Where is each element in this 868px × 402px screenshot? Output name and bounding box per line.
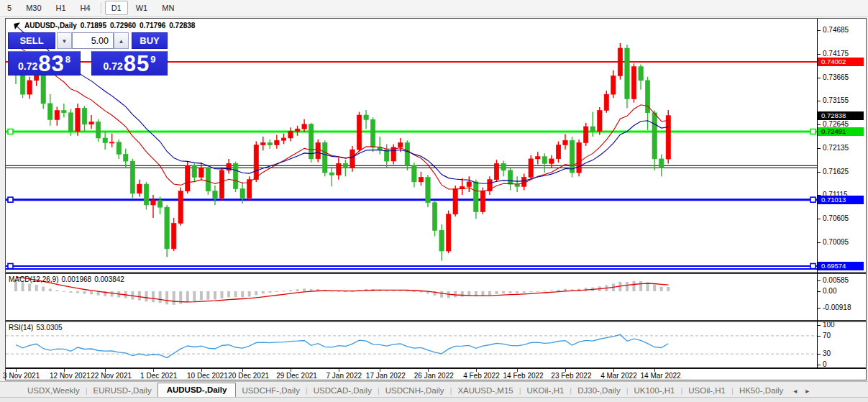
- macd-tick-label: -0.00918: [823, 304, 851, 311]
- rsi-tick-mark: [817, 354, 821, 355]
- ohlc-open: 0.71895: [81, 22, 106, 29]
- chart-title: AUDUSD-,Daily 0.71895 0.72960 0.71796 0.…: [14, 22, 198, 29]
- date-axis-separator: [6, 367, 866, 369]
- ohlc-close: 0.72838: [169, 22, 195, 29]
- window-bottom-strip: [0, 397, 868, 402]
- rsi-pane-separator[interactable]: [6, 320, 866, 322]
- price-line-label-0.72491: 0.72491: [818, 127, 864, 136]
- price-line-label-0.72838: 0.72838: [818, 111, 864, 120]
- macd-tick-mark: [817, 291, 821, 292]
- tab-usdchf-daily[interactable]: USDCHF-,Daily: [236, 384, 306, 398]
- sell-price-big: 83: [38, 54, 64, 73]
- tab-usoil-h1[interactable]: USOil-,H1: [682, 384, 731, 398]
- price-axis-line: [817, 19, 818, 369]
- date-tick-label: 10 Dec 2021: [187, 372, 228, 380]
- rsi-tick-label: 100: [823, 321, 835, 329]
- rsi-tick-label: 70: [823, 332, 831, 339]
- tab-usdcad-daily[interactable]: USDCAD-,Daily: [308, 384, 378, 398]
- timeframe-button-MN[interactable]: MN: [155, 1, 181, 15]
- tab-scroll-right-icon[interactable]: ▸: [801, 385, 813, 398]
- symbol-tabs-bar: USDX,Weekly|EURUSD-,DailyAUDUSD-,DailyUS…: [0, 381, 868, 398]
- price-tick-mark: [817, 78, 821, 78]
- date-tick-label: 14 Mar 2022: [640, 372, 680, 380]
- timeframe-button-H4[interactable]: H4: [74, 1, 97, 15]
- volume-input[interactable]: [72, 32, 114, 49]
- date-tick-label: 17 Jan 2022: [366, 372, 406, 380]
- macd-label: MACD(12,26,9)0.0019680.003842: [9, 275, 127, 283]
- price-tick-label: 0.73665: [823, 74, 849, 81]
- chart-symbol-label: AUDUSD-,Daily: [24, 22, 77, 29]
- price-tick-mark: [817, 219, 821, 219]
- macd-tick-mark: [817, 308, 821, 309]
- buy-price-prefix: 0.72: [104, 59, 123, 73]
- price-tick-label: 0.73155: [823, 97, 849, 104]
- timeframe-button-5[interactable]: 5: [1, 1, 18, 15]
- tab-ukoil-h1[interactable]: UKOil-,H1: [521, 384, 570, 398]
- timeframe-toolbar: 5M30H1H4D1W1MN: [0, 0, 868, 17]
- price-tick-mark: [817, 30, 821, 31]
- date-tick-label: 1 Dec 2021: [140, 372, 177, 380]
- timeframe-button-M30[interactable]: M30: [19, 1, 47, 15]
- price-tick-mark: [817, 172, 821, 173]
- tab-usdx-weekly[interactable]: USDX,Weekly: [22, 384, 86, 398]
- price-tick-label: 0.70605: [823, 215, 849, 222]
- tab-audusd-daily[interactable]: AUDUSD-,Daily: [157, 383, 237, 398]
- rsi-tick-label: 30: [823, 350, 831, 357]
- date-tick-label: 23 Feb 2022: [551, 372, 591, 380]
- tab-hk50-daily[interactable]: HK50-,Daily: [734, 384, 789, 398]
- macd-tick-mark: [817, 280, 821, 281]
- ohlc-low: 0.71796: [140, 22, 165, 29]
- price-tick-label: 0.70095: [823, 239, 849, 246]
- timeframe-button-D1[interactable]: D1: [105, 1, 128, 15]
- sell-button[interactable]: SELL: [8, 32, 55, 49]
- buy-price-display[interactable]: 0.72 85 9: [91, 51, 168, 76]
- price-tick-mark: [817, 148, 821, 149]
- tab-dj30-daily[interactable]: DJ30-,Daily: [572, 384, 626, 398]
- rsi-label: RSI(14)53.0305: [9, 324, 65, 332]
- price-line-label-0.74002: 0.74002: [818, 58, 864, 66]
- date-tick-label: 26 Jan 2022: [414, 372, 454, 380]
- tab-xauusd-m15[interactable]: XAUUSD-,M15: [452, 384, 518, 398]
- volume-increase-button[interactable]: ▲: [114, 32, 129, 49]
- price-tick-mark: [817, 54, 821, 55]
- date-tick-label: 7 Jan 2022: [326, 372, 362, 380]
- sell-price-pip: 8: [65, 56, 70, 63]
- rsi-tick-mark: [817, 365, 821, 365]
- price-line-label-0.71013: 0.71013: [818, 196, 864, 204]
- rsi-tick-mark: [817, 336, 821, 337]
- tab-eurusd-daily[interactable]: EURUSD-,Daily: [88, 384, 157, 398]
- macd-pane[interactable]: [6, 274, 817, 320]
- buy-button[interactable]: BUY: [132, 32, 168, 49]
- sell-price-display[interactable]: 0.72 83 8: [8, 51, 81, 76]
- volume-decrease-button[interactable]: ▼: [57, 32, 72, 49]
- macd-pane-separator[interactable]: [6, 272, 866, 274]
- price-tick-label: 0.71625: [823, 168, 849, 175]
- rsi-tick-label: 0: [823, 361, 827, 368]
- price-tick-mark: [817, 242, 821, 243]
- macd-tick-label: 0.00585: [823, 277, 849, 284]
- price-tick-label: 0.74685: [823, 27, 849, 34]
- tab-uk100-h1[interactable]: UK100-,H1: [629, 384, 681, 398]
- toolbar-separator: [101, 3, 101, 14]
- date-tick-label: 4 Feb 2022: [463, 372, 500, 380]
- date-tick-label: 20 Dec 2021: [228, 372, 269, 380]
- tab-scroll-left-icon[interactable]: ◂: [789, 385, 801, 398]
- ohlc-high: 0.72960: [110, 22, 136, 29]
- tab-usdcnh-daily[interactable]: USDCNH-,Daily: [380, 384, 450, 398]
- date-tick-label: 3 Nov 2021: [3, 372, 40, 380]
- date-tick-label: 12 Nov 2021: [50, 372, 91, 380]
- price-line-label-0.69574: 0.69574: [818, 262, 864, 270]
- rsi-pane[interactable]: [6, 322, 817, 367]
- timeframe-button-H1[interactable]: H1: [50, 1, 73, 15]
- one-click-trading-panel: SELL ▼ ▲ BUY 0.72 83 8 0.72 85 9: [8, 32, 168, 76]
- buy-price-pip: 9: [150, 56, 155, 63]
- macd-tick-label: 0.00: [823, 288, 836, 295]
- date-tick-label: 4 Mar 2022: [600, 372, 637, 380]
- rsi-tick-mark: [817, 325, 821, 326]
- buy-price-big: 85: [124, 54, 150, 73]
- date-tick-label: 22 Nov 2021: [91, 372, 132, 380]
- timeframe-button-W1[interactable]: W1: [129, 1, 155, 15]
- price-tick-mark: [817, 101, 821, 101]
- chart-window: 0.746850.741750.736650.731550.726450.721…: [5, 18, 867, 380]
- date-tick-label: 14 Feb 2022: [503, 372, 543, 380]
